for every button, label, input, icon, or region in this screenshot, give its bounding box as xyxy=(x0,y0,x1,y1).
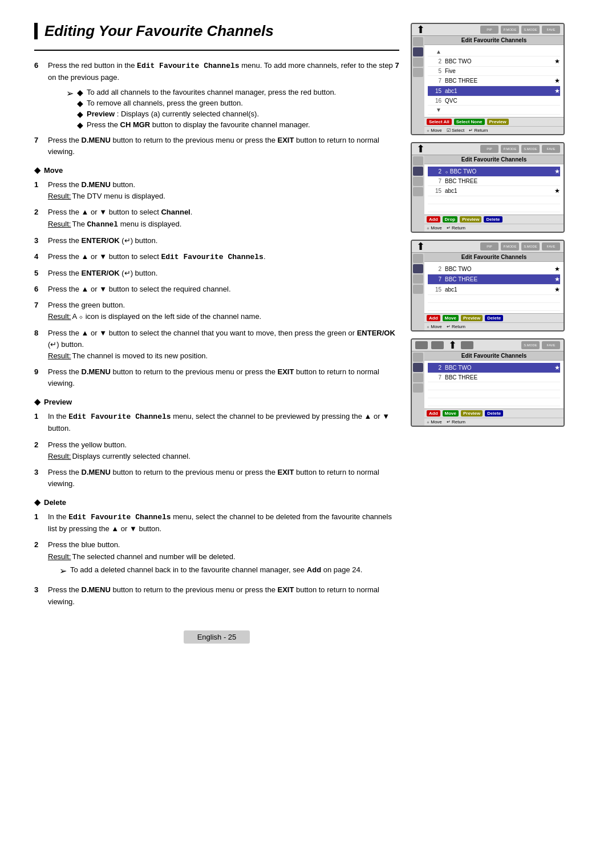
bullet-3: ◆ Preview : Displays (a) currently selec… xyxy=(77,110,336,119)
step-number-6: 6 xyxy=(34,60,44,83)
s2-star-abc1: ★ xyxy=(554,187,560,195)
page-number-badge: English - 25 xyxy=(184,630,250,644)
nav-move: ⬦ Move xyxy=(427,128,442,133)
s2-ch-num-15: 15 xyxy=(428,188,441,194)
delete-step-num-1: 1 xyxy=(34,511,44,535)
screen-3-btn-fave: FAVE xyxy=(542,242,560,250)
screen-4-main: Edit Favourite Channels 2 BBC TWO ★ 7 BB… xyxy=(424,351,564,426)
screen-4-nav: ⬦ Move ↵ Return xyxy=(424,418,564,426)
screen-3-top-bar: ⬆ PIP P.MODE S.MODE FAVE xyxy=(412,241,564,253)
screen-1-row-qvc: 16 QVC xyxy=(428,96,560,106)
screen-1-btn-pmode: P.MODE xyxy=(501,26,519,34)
page-footer: English - 25 xyxy=(34,630,399,644)
preview-step-3: 3 Press the D.MENU button to return to t… xyxy=(34,467,399,490)
screen-2-title: Edit Favourite Channels xyxy=(424,155,564,164)
preview-section-header: ◆ Preview xyxy=(34,397,399,406)
screen-1-nav: ⬦ Move ☑ Select ↵ Return xyxy=(424,126,564,134)
bullet-3-text: Preview : Displays (a) currently selecte… xyxy=(87,110,259,118)
move-step-4: 4 Press the ▲ or ▼ button to select Edit… xyxy=(34,251,399,263)
delete-section-header: ◆ Delete xyxy=(34,498,399,507)
step-6-content: Press the red button in the Edit Favouri… xyxy=(48,60,399,83)
s2-nav-return: ↵ Return xyxy=(447,225,465,231)
screen-mockup-3: ⬆ PIP P.MODE S.MODE FAVE Edit Favourite … xyxy=(411,240,565,331)
move-step-9-text: Press the D.MENU button to return to the… xyxy=(48,367,379,387)
screen-1-left-icons xyxy=(412,36,424,134)
delete-step-3-text: Press the D.MENU button to return to the… xyxy=(48,585,379,605)
preview-bullet: ◆ xyxy=(34,397,40,406)
screen-2-icon-2 xyxy=(413,167,423,176)
screen-1-row-1: ▲ xyxy=(428,47,560,56)
right-column: ⬆ PIP P.MODE S.MODE FAVE Edit Favourite … xyxy=(411,23,570,644)
delete-bullet: ◆ xyxy=(34,498,40,507)
diamond-bullet-2: ◆ xyxy=(77,99,83,108)
move-step-7-result-text: A ⬦ icon is displayed on the left side o… xyxy=(72,311,261,322)
move-step-4-text: Press the ▲ or ▼ button to select Edit F… xyxy=(48,252,266,261)
screen-4-icon-1 xyxy=(413,353,423,362)
preview-step-2-result-text: Displays currently selected channel. xyxy=(72,451,190,462)
move-step-1: 1 Press the D.MENU button. Result: The D… xyxy=(34,179,399,202)
ch-num-2: 2 xyxy=(428,58,441,64)
move-step-6: 6 Press the ▲ or ▼ button to select the … xyxy=(34,284,399,295)
move-step-6-content: Press the ▲ or ▼ button to select the re… xyxy=(48,284,399,295)
screen-3-channels: 2 BBC TWO ★ 7 BBC THREE ★ 15 abc1 ★ xyxy=(424,262,564,313)
screen-4-empty-1 xyxy=(428,382,560,390)
screen-4-row-bbc3: 7 BBC THREE xyxy=(428,373,560,382)
screen-1-main: Edit Favourite Channels ▲ 2 BBC TWO ★ 5 xyxy=(424,36,564,134)
s2-star-bbc2: ★ xyxy=(554,168,560,175)
move-step-1-content: Press the D.MENU button. Result: The DTV… xyxy=(48,179,399,202)
screen-2-footer: Add Drop Preview Delete xyxy=(424,215,564,224)
btn-select-all: Select All xyxy=(427,119,452,125)
s4-btn-add: Add xyxy=(427,410,440,417)
screen-4-left-icons xyxy=(412,351,424,426)
screen-1-footer: Select All Select None Preview xyxy=(424,117,564,126)
screen-1-row-five: 5 Five xyxy=(428,67,560,76)
move-step-2-content: Press the ▲ or ▼ button to select Channe… xyxy=(48,207,399,230)
step-6-intro: 6 Press the red button in the Edit Favou… xyxy=(34,60,399,83)
ch-name-qvc: QVC xyxy=(445,98,560,104)
move-step-2: 2 Press the ▲ or ▼ button to select Chan… xyxy=(34,207,399,230)
s3-ch-name-bbc2: BBC TWO xyxy=(445,266,554,272)
screen-2-row-bbc2: 2 ⬦ BBC TWO ★ xyxy=(428,167,560,177)
ch-star-abc1: ★ xyxy=(554,87,560,95)
ch-name-bbc3: BBC THREE xyxy=(445,78,554,84)
s2-ch-name-bbc2: ⬦ BBC TWO xyxy=(445,168,554,175)
screen-3-btn-pip: PIP xyxy=(480,242,499,250)
move-step-8-result-text: The channel is moved to its new position… xyxy=(72,350,208,362)
screen-4-btn-left2 xyxy=(431,341,444,349)
result-label-7: Result: xyxy=(48,311,71,322)
s4-btn-delete: Delete xyxy=(485,410,503,417)
delete-label: Delete xyxy=(44,498,66,507)
step-6-text: Press the red button in the Edit Favouri… xyxy=(48,61,399,82)
s4-ch-name-bbc3: BBC THREE xyxy=(445,374,560,381)
bullet-4-text: Press the CH MGR button to display the f… xyxy=(87,120,310,129)
screen-icon-4 xyxy=(413,68,423,77)
screen-2-row-abc1: 15 abc1 ★ xyxy=(428,186,560,196)
ch-star-bbc2: ★ xyxy=(554,58,560,65)
screen-3-icon-1 xyxy=(413,254,423,263)
s4-ch-num-2: 2 xyxy=(428,365,441,371)
move-step-num-1: 1 xyxy=(34,179,44,202)
move-step-5-content: Press the ENTER/OK (↵) button. xyxy=(48,268,399,279)
ch-name-five: Five xyxy=(445,68,560,74)
screen-3-nav-icon: ⬆ xyxy=(415,242,425,250)
screen-4-btn-fave: FAVE xyxy=(542,341,560,349)
delete-step-2-result-text: The selected channel and number will be … xyxy=(72,551,235,563)
screen-4-icon-4 xyxy=(413,383,423,393)
screen-4-empty-2 xyxy=(428,390,560,398)
move-step-num-4: 4 xyxy=(34,251,44,263)
preview-step-1-content: In the Edit Favourite Channels menu, sel… xyxy=(48,411,399,434)
s3-btn-preview: Preview xyxy=(461,315,483,321)
delete-step-2-text: Press the blue button. xyxy=(48,539,399,551)
screen-2-main: Edit Favourite Channels 2 ⬦ BBC TWO ★ 7 … xyxy=(424,155,564,232)
bullet-group: ◆ To add all channels to the favourites … xyxy=(77,88,336,131)
nav-return: ↵ Return xyxy=(469,128,488,133)
preview-step-2: 2 Press the yellow button. Result: Displ… xyxy=(34,439,399,462)
page-title: Editing Your Favourite Channels xyxy=(44,23,274,39)
screen-2-icon-3 xyxy=(413,177,423,186)
delete-step-1: 1 In the Edit Favourite Channels menu, s… xyxy=(34,511,399,535)
delete-step-3: 3 Press the D.MENU button to return to t… xyxy=(34,584,399,607)
step-6-bullets: ➢ ◆ To add all channels to the favourite… xyxy=(55,88,399,131)
s3-star-bbc3: ★ xyxy=(554,276,560,283)
s2-ch-name-bbc3: BBC THREE xyxy=(445,178,560,184)
screen-3-row-bbc2: 2 BBC TWO ★ xyxy=(428,264,560,274)
